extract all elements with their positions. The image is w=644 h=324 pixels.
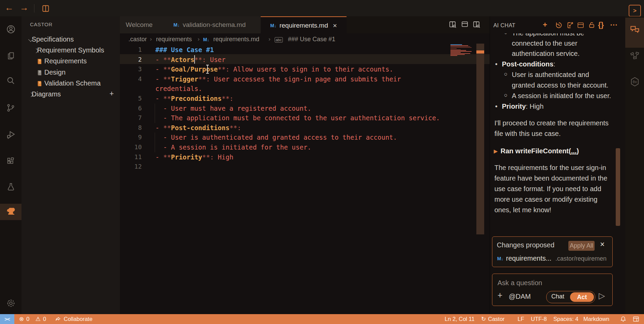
breadcrumb-separator: › bbox=[198, 36, 200, 43]
chat-scrollbar[interactable] bbox=[616, 148, 620, 226]
breadcrumb-item[interactable]: requirements bbox=[156, 36, 192, 43]
book-orange-icon bbox=[36, 58, 43, 65]
close-icon[interactable]: × bbox=[600, 240, 604, 249]
remote-indicator[interactable]: >< bbox=[0, 314, 14, 324]
explorer-files-icon[interactable] bbox=[0, 48, 21, 64]
mouse-ibeam-pointer bbox=[205, 64, 210, 74]
editor-line[interactable]: - **Priority**: High bbox=[155, 152, 233, 162]
settings-gear-icon[interactable] bbox=[0, 295, 21, 311]
flow-diagram-icon[interactable] bbox=[625, 47, 644, 65]
editor-line[interactable]: credentials. bbox=[155, 84, 202, 94]
layout-icon[interactable] bbox=[577, 21, 585, 29]
tab-requirements-md[interactable]: M↓requirements.md× bbox=[261, 16, 347, 34]
secondary-panel-toggle[interactable]: > bbox=[629, 5, 641, 17]
status-bar: >< ⊗0⚠0CollaborateLn 2, Col 11↻CastorLFU… bbox=[0, 314, 644, 324]
bullet-disc: • bbox=[495, 60, 497, 68]
tab-validation-schema-md[interactable]: M↓validation-schema.md bbox=[158, 16, 261, 33]
sidebar-item-diagrams[interactable]: Diagrams+ bbox=[21, 89, 120, 100]
status-collaborate[interactable]: Collaborate bbox=[55, 314, 92, 324]
editor-line[interactable]: - User must have a registered account. bbox=[155, 104, 311, 113]
nav-forward-icon[interactable]: → bbox=[20, 3, 29, 12]
apply-all-button[interactable]: Apply All bbox=[568, 241, 595, 251]
status-language-mode[interactable]: Markdown bbox=[583, 314, 609, 324]
attach-plus-icon[interactable]: + bbox=[497, 291, 503, 299]
markdown-file-icon[interactable]: M↓ bbox=[203, 36, 209, 43]
editor-line[interactable]: - **Trigger**: User accesses the sign-in… bbox=[155, 74, 401, 84]
editor-scrollbar[interactable] bbox=[476, 44, 484, 234]
line-number: 2 bbox=[129, 55, 142, 65]
editor-line[interactable]: - A session is initiated for the user. bbox=[155, 142, 311, 152]
editor-line[interactable]: - **Actors**: User bbox=[155, 55, 226, 65]
more-actions-icon[interactable]: ⋯ bbox=[610, 20, 617, 29]
status-indentation[interactable]: Spaces: 4 bbox=[553, 314, 578, 324]
book-gray-icon bbox=[36, 70, 43, 76]
sidebar-title: CASTOR bbox=[30, 21, 52, 27]
code-braces-icon[interactable]: {} bbox=[598, 20, 604, 29]
title-bar: ← → > bbox=[0, 0, 644, 16]
new-chat-icon[interactable]: + bbox=[543, 20, 547, 29]
chat-input-box[interactable]: Ask a question + @DAM Chat Act ▷ bbox=[492, 274, 613, 306]
changed-file-name[interactable]: requirements... bbox=[506, 254, 551, 262]
editor-line[interactable]: - **Post-conditions**: bbox=[155, 123, 241, 133]
chat-message-line: User is authenticated and bbox=[512, 71, 589, 79]
symbol-abc-icon[interactable]: abc bbox=[275, 36, 283, 43]
sidebar-item-requirement-symbols[interactable]: Requirement Symbols bbox=[21, 45, 120, 56]
breadcrumb-item[interactable]: ### Use Case #1 bbox=[288, 36, 335, 43]
account-icon[interactable] bbox=[0, 21, 21, 37]
chat-act-toggle[interactable]: Chat Act bbox=[546, 291, 595, 303]
testing-beaker-icon[interactable] bbox=[0, 179, 21, 195]
history-icon[interactable] bbox=[555, 21, 563, 29]
mention-token[interactable]: @DAM bbox=[509, 293, 531, 300]
titlebar-divider bbox=[34, 4, 34, 13]
run-toolcall-expander-icon[interactable]: ▶ bbox=[494, 148, 498, 154]
castor-mascot-icon[interactable] bbox=[0, 204, 21, 220]
unlock-icon[interactable] bbox=[588, 21, 596, 29]
status-castor-sync[interactable]: ↻Castor bbox=[481, 314, 505, 324]
close-icon[interactable]: × bbox=[333, 21, 337, 30]
extensions-icon[interactable] bbox=[0, 153, 21, 169]
breadcrumb-item[interactable]: requirements.md bbox=[213, 36, 259, 43]
status-eol[interactable]: LF bbox=[518, 314, 524, 324]
editor-line[interactable]: ### Use Case #1 bbox=[155, 45, 214, 55]
run-debug-icon[interactable] bbox=[0, 126, 21, 143]
line-number: 11 bbox=[129, 152, 142, 162]
split-layout-icon[interactable] bbox=[42, 4, 50, 13]
sidebar-item-validation-schema[interactable]: Validation Schema bbox=[21, 78, 120, 89]
sidebar-item-requirements[interactable]: Requirements bbox=[21, 56, 120, 67]
tab-label: Welcome bbox=[126, 21, 153, 29]
bullet-circle: ○ bbox=[504, 92, 507, 99]
sidebar-explorer: CASTOR SpecificationsRequirement Symbols… bbox=[21, 16, 120, 314]
sidebar-item-specifications[interactable]: Specifications bbox=[21, 34, 120, 45]
tab-welcome[interactable]: Welcome bbox=[120, 16, 159, 33]
status-encoding[interactable]: UTF-8 bbox=[531, 314, 547, 324]
status-errors[interactable]: ⊗0 bbox=[19, 314, 29, 324]
new-diagram-plus-icon[interactable]: + bbox=[109, 90, 114, 97]
mode-chat-label[interactable]: Chat bbox=[551, 293, 564, 300]
status-cursor-position[interactable]: Ln 2, Col 11 bbox=[445, 314, 475, 324]
editor-line[interactable]: - User is authenticated and granted acce… bbox=[155, 133, 397, 142]
export-chat-icon[interactable] bbox=[566, 21, 574, 29]
editor-line[interactable]: - **Goal/Purpose**: Allow users to sign … bbox=[155, 64, 393, 74]
search-icon[interactable] bbox=[0, 72, 21, 89]
hex-0x-icon[interactable]: 0x bbox=[625, 73, 644, 91]
ai-chat-icon[interactable] bbox=[625, 21, 644, 39]
chat-transcript: ○The application must beconnected to the… bbox=[490, 33, 616, 235]
source-control-icon[interactable] bbox=[0, 99, 21, 116]
status-warnings[interactable]: ⚠0 bbox=[35, 314, 46, 324]
sidebar-item-design[interactable]: Design bbox=[21, 67, 120, 78]
open-preview-side-icon[interactable] bbox=[448, 20, 457, 29]
editor-pane[interactable]: 1### Use Case #12- **Actors**: User3- **… bbox=[120, 45, 490, 314]
breadcrumb-item[interactable]: .castor bbox=[128, 36, 147, 43]
chat-message-line: file with this use case. bbox=[494, 130, 561, 138]
editor-line[interactable]: - The application must be connected to t… bbox=[155, 113, 440, 123]
nav-back-icon[interactable]: ← bbox=[5, 3, 14, 12]
editor-line[interactable]: - **Preconditions**: bbox=[155, 94, 233, 104]
tool-call-expand-link[interactable]: ... bbox=[571, 147, 577, 155]
chat-message-line: connected to the user bbox=[512, 40, 577, 47]
toggle-layout-icon[interactable] bbox=[461, 20, 469, 28]
send-icon[interactable]: ▷ bbox=[599, 291, 605, 300]
status-panel-layout[interactable] bbox=[632, 314, 640, 324]
mode-act-pill[interactable]: Act bbox=[570, 292, 594, 302]
status-notifications-bell[interactable] bbox=[619, 314, 627, 324]
split-editor-icon[interactable] bbox=[472, 20, 481, 29]
